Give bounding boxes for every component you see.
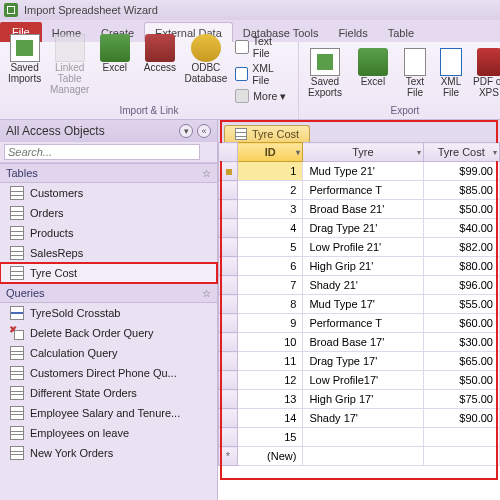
nav-query-item[interactable]: Employees on leave [0,423,217,443]
cell-id[interactable]: 9 [237,314,303,333]
cell-cost[interactable]: $50.00 [423,200,499,219]
nav-table-item[interactable]: SalesReps [0,243,217,263]
export-textfile-button[interactable]: Text File [399,48,431,98]
cell-id[interactable]: 13 [237,390,303,409]
row-selector[interactable] [219,314,238,333]
cell-id[interactable]: 12 [237,371,303,390]
nav-search-input[interactable] [4,144,200,160]
table-row[interactable]: 4Drag Type 21'$40.00 [219,219,500,238]
row-selector[interactable] [219,276,238,295]
cell-id[interactable]: 15 [237,428,303,447]
cell-cost[interactable] [423,447,499,466]
cell-cost[interactable]: $90.00 [423,409,499,428]
row-selector[interactable] [219,352,238,371]
dropdown-icon[interactable]: ▾ [296,148,300,157]
cell-cost[interactable] [423,428,499,447]
cell-cost[interactable]: $85.00 [423,181,499,200]
cell-tyre[interactable]: Shady 21' [303,276,423,295]
cell-id[interactable]: 7 [237,276,303,295]
column-header-id[interactable]: ID▾ [237,143,303,162]
cell-cost[interactable]: $75.00 [423,390,499,409]
cell-cost[interactable]: $40.00 [423,219,499,238]
row-selector[interactable] [219,295,238,314]
table-row[interactable]: 5Low Profile 21'$82.00 [219,238,500,257]
cell-tyre[interactable]: Performance T [303,181,423,200]
row-selector[interactable] [219,238,238,257]
row-selector[interactable] [219,409,238,428]
row-selector[interactable] [219,162,238,181]
tab-table[interactable]: Table [378,23,424,42]
dropdown-icon[interactable]: ▾ [493,148,497,157]
cell-cost[interactable]: $80.00 [423,257,499,276]
nav-table-item[interactable]: Customers [0,183,217,203]
table-row[interactable]: 6High Grip 21'$80.00 [219,257,500,276]
nav-dropdown-button[interactable]: ▾ [179,124,193,138]
cell-cost[interactable]: $99.00 [423,162,499,181]
nav-query-item[interactable]: Different State Orders [0,383,217,403]
row-selector[interactable] [219,333,238,352]
table-row[interactable]: 10Broad Base 17'$30.00 [219,333,500,352]
cell-tyre[interactable]: High Grip 21' [303,257,423,276]
saved-imports-button[interactable]: Saved Imports [4,34,45,84]
saved-exports-button[interactable]: Saved Exports [303,48,347,98]
cell-cost[interactable]: $50.00 [423,371,499,390]
table-row[interactable]: 7Shady 21'$96.00 [219,276,500,295]
dropdown-icon[interactable]: ▾ [417,148,421,157]
cell-id[interactable]: 8 [237,295,303,314]
row-selector[interactable] [219,200,238,219]
cell-tyre[interactable]: Drag Type 21' [303,219,423,238]
table-row[interactable]: 13High Grip 17'$75.00 [219,390,500,409]
cell-tyre[interactable]: Performance T [303,314,423,333]
cell-id[interactable]: 6 [237,257,303,276]
new-row[interactable]: *(New) [219,447,500,466]
table-row[interactable]: 1Mud Type 21'$99.00 [219,162,500,181]
cell-cost[interactable]: $30.00 [423,333,499,352]
cell-cost[interactable]: $55.00 [423,295,499,314]
table-row[interactable]: 3Broad Base 21'$50.00 [219,200,500,219]
column-header-tyre[interactable]: Tyre▾ [303,143,423,162]
new-row-indicator[interactable]: * [219,447,238,466]
column-header-cost[interactable]: Tyre Cost▾ [423,143,499,162]
nav-table-item[interactable]: Products [0,223,217,243]
nav-collapse-button[interactable]: « [197,124,211,138]
document-tab-tyre-cost[interactable]: Tyre Cost [224,125,310,142]
cell-tyre[interactable]: Low Profile 21' [303,238,423,257]
row-selector[interactable] [219,371,238,390]
nav-query-item[interactable]: Delete Back Order Query [0,323,217,343]
cell-tyre[interactable]: Broad Base 21' [303,200,423,219]
row-selector[interactable] [219,390,238,409]
cell-tyre[interactable] [303,428,423,447]
datasheet-grid[interactable]: ID▾ Tyre▾ Tyre Cost▾ 1Mud Type 21'$99.00… [218,142,500,466]
cell-id[interactable]: 5 [237,238,303,257]
import-more-button[interactable]: More ▾ [231,88,294,104]
export-excel-button[interactable]: Excel [351,48,395,87]
import-textfile-button[interactable]: Text File [231,34,294,60]
row-selector[interactable] [219,181,238,200]
import-access-button[interactable]: Access [139,34,180,73]
cell-tyre[interactable]: Mud Type 17' [303,295,423,314]
cell-id[interactable]: 14 [237,409,303,428]
cell-tyre[interactable]: Mud Type 21' [303,162,423,181]
table-row[interactable]: 15 [219,428,500,447]
cell-tyre[interactable]: Drag Type 17' [303,352,423,371]
cell-id[interactable]: 4 [237,219,303,238]
row-selector[interactable] [219,428,238,447]
cell-id[interactable]: 3 [237,200,303,219]
nav-table-item[interactable]: Orders [0,203,217,223]
table-row[interactable]: 14Shady 17'$90.00 [219,409,500,428]
table-row[interactable]: 9Performance T$60.00 [219,314,500,333]
import-xmlfile-button[interactable]: XML File [231,61,294,87]
table-row[interactable]: 2Performance T$85.00 [219,181,500,200]
nav-query-item[interactable]: New York Orders [0,443,217,463]
export-xmlfile-button[interactable]: XML File [435,48,467,98]
cell-id[interactable]: 2 [237,181,303,200]
cell-tyre[interactable]: Broad Base 17' [303,333,423,352]
cell-cost[interactable]: $60.00 [423,314,499,333]
cell-id[interactable]: 10 [237,333,303,352]
cell-tyre[interactable]: High Grip 17' [303,390,423,409]
row-selector[interactable] [219,257,238,276]
import-excel-button[interactable]: Excel [94,34,135,73]
table-row[interactable]: 8Mud Type 17'$55.00 [219,295,500,314]
nav-query-item[interactable]: Calculation Query [0,343,217,363]
nav-query-item[interactable]: Customers Direct Phone Qu... [0,363,217,383]
